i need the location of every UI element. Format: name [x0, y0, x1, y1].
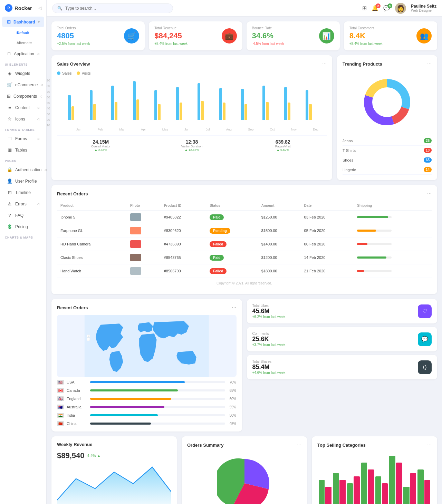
messages-button[interactable]: 💬 5 — [383, 5, 390, 11]
chevron-left-icon: ◁ — [44, 168, 47, 172]
visits-bar — [180, 103, 182, 120]
page-content: Total Orders 4805 +2.5% from last week 🛒… — [47, 17, 442, 504]
sidebar-item-label: Content — [15, 105, 30, 110]
sidebar-item-user-profile[interactable]: 👤 User Profile — [2, 176, 44, 186]
sidebar-item-timeline[interactable]: ⊡ Timeline — [2, 187, 44, 198]
bar-group — [133, 81, 154, 120]
notifications-button[interactable]: 🔔 2 — [372, 5, 378, 11]
orders-summary-header: Orders Summary ··· — [187, 442, 301, 448]
trending-more-btn[interactable]: ··· — [427, 61, 432, 67]
status-badge: Paid — [210, 255, 224, 261]
tables-icon: ▦ — [7, 147, 12, 153]
stat-card-left: Total Customers 8.4K +8.4% from last wee… — [349, 26, 383, 46]
sidebar-item-dashboard[interactable]: ⊞ Dashboard ▾ — [2, 17, 44, 27]
social-label: Comments — [252, 332, 286, 336]
sidebar-item-errors[interactable]: ⚠ Errors ◁ — [2, 198, 44, 209]
orders-summary-more-btn[interactable]: ··· — [297, 442, 301, 448]
sidebar-item-tables[interactable]: ▦ Tables — [2, 145, 44, 155]
visits-bar — [223, 103, 225, 120]
application-icon: □ — [7, 51, 11, 56]
top-selling-card: Top Selling Categories ··· 12345678 $45,… — [312, 436, 437, 504]
country-bar-fill — [90, 423, 151, 425]
sidebar-item-alternate[interactable]: Alternate — [12, 38, 44, 48]
sidebar-item-content[interactable]: ≡ Content ◁ — [2, 102, 44, 113]
world-map-visual: + − — [57, 315, 237, 377]
user-role: Web Designer — [411, 9, 436, 12]
sales-card-title: Sales Overview — [57, 61, 90, 67]
grid-button[interactable]: ⊞ — [362, 5, 367, 11]
stat-icon: 👥 — [416, 28, 432, 43]
ts-bar-group — [333, 473, 346, 504]
ts-bar-pink — [354, 476, 359, 504]
visits-bar — [71, 106, 74, 120]
x-label: May — [162, 128, 168, 131]
sales-more-btn[interactable]: ··· — [322, 61, 327, 67]
sidebar-item-default[interactable]: Default — [12, 28, 44, 38]
sidebar-item-label: User Profile — [15, 179, 37, 184]
country-pct: 50% — [229, 414, 236, 417]
cell-date: 06 Feb 2020 — [301, 238, 354, 251]
sidebar-collapse-btn[interactable]: ◁ — [38, 6, 41, 10]
sales-trending-row: Sales Overview ··· SalesVisits 908070605… — [51, 55, 437, 180]
chevron-left-icon: ◁ — [37, 52, 39, 56]
weekly-area-chart: MonTueWedThuFriSatSun — [57, 464, 171, 504]
chevron-left-icon: ◁ — [40, 95, 42, 98]
stat-card-total-revenue: Total Revenue $84,245 +5.4% from last we… — [149, 21, 242, 50]
country-item: 🇦🇺 Australia 55% — [57, 405, 237, 409]
country-bar-track — [90, 406, 225, 408]
sales-bar — [68, 95, 71, 120]
chat-badge: 5 — [387, 3, 392, 8]
visits-bar — [288, 103, 290, 120]
chart-x-axis: JanFebMarAprMayJunJulAugSepOctNovDec — [57, 128, 327, 131]
faq-icon: ? — [7, 213, 12, 218]
sidebar-item-pricing[interactable]: 💲 Pricing — [2, 221, 44, 232]
avatar[interactable]: 👩 — [395, 3, 406, 14]
top-selling-more-btn[interactable]: ··· — [427, 442, 432, 448]
ts-bar-group — [389, 456, 402, 504]
social-change: +4.6% from last week — [252, 371, 286, 375]
trending-label: Jeans — [343, 139, 353, 143]
ts-bar-green — [319, 480, 325, 504]
main-area: 🔍 ⊞ 🔔 2 💬 5 👩 Pauline Seitz Web Designer — [47, 0, 442, 504]
col-product: Product — [57, 201, 127, 211]
stat-label: Total Revenue — [154, 26, 188, 30]
weekly-revenue-header: Weekly Revenue — [57, 442, 171, 447]
country-flag: 🇬🇧 — [57, 396, 64, 401]
user-icon: 👤 — [7, 178, 12, 184]
stat-val: 12:38 — [148, 139, 236, 145]
map-more-btn[interactable]: ··· — [232, 304, 236, 311]
trending-label: T-Shirts — [343, 148, 356, 153]
sidebar-sub-label: Alternate — [17, 41, 32, 45]
sidebar-item-ecommerce[interactable]: 🛒 eCommerce ◁ — [2, 79, 44, 90]
search-box[interactable]: 🔍 — [52, 3, 173, 13]
social-stats-column: Total Likes 45.6M +6.2% from last week ♡… — [247, 299, 438, 432]
sidebar-item-authentication[interactable]: 🔒 Authentication ◁ — [2, 164, 44, 175]
app-name: Rocker — [15, 5, 32, 11]
stat-chg: ▲ 5.62% — [239, 148, 327, 152]
sidebar-item-components[interactable]: ⊞ Components ◁ — [2, 91, 44, 101]
orders-more-btn[interactable]: ··· — [427, 191, 432, 197]
orders-summary-card: Orders Summary ··· Comple — [182, 436, 307, 504]
social-icon: ♡ — [418, 304, 432, 318]
social-label: Total Shares — [252, 360, 286, 364]
sidebar-item-icons[interactable]: ☆ Icons ◁ — [2, 114, 44, 124]
cell-amount: $1800.00 — [258, 264, 301, 278]
stat-icon: 📊 — [319, 28, 334, 43]
sidebar-item-application[interactable]: □ Application ◁ — [2, 48, 44, 59]
timeline-icon: ⊡ — [7, 190, 12, 195]
top-selling-header: Top Selling Categories ··· — [317, 442, 432, 448]
shipping-track — [357, 216, 392, 218]
search-input[interactable] — [65, 6, 168, 11]
country-item: 🇮🇳 India 50% — [57, 413, 237, 418]
sidebar-item-widgets[interactable]: ◈ Widgets — [2, 68, 44, 79]
x-label: Nov — [291, 128, 297, 131]
social-cards: Total Likes 45.6M +6.2% from last week ♡… — [247, 299, 438, 379]
product-thumbnail — [130, 267, 141, 275]
sidebar-item-forms[interactable]: ☐ Forms ◁ — [2, 133, 44, 144]
sales-bar — [133, 81, 136, 120]
social-value: 45.6M — [252, 308, 286, 315]
stat-icon: 💼 — [222, 28, 237, 43]
ts-bar-pink — [368, 469, 374, 504]
country-flag: 🇨🇳 — [57, 421, 64, 426]
sidebar-item-faq[interactable]: ? FAQ — [2, 210, 44, 221]
